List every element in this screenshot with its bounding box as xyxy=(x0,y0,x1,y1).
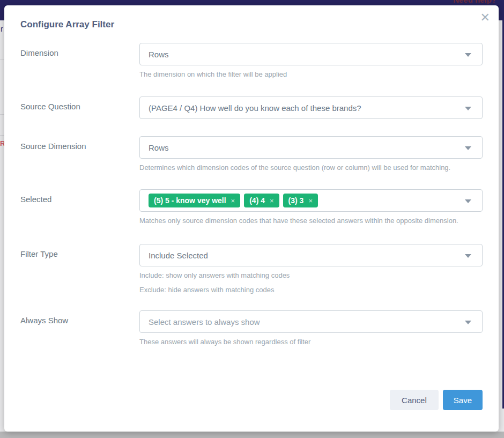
background-text-fragment: r xyxy=(1,25,3,33)
save-button[interactable]: Save xyxy=(443,390,483,410)
always-show-label: Always Show xyxy=(20,316,133,325)
source-dimension-label: Source Dimension xyxy=(20,142,133,151)
selected-tag: (5) 5 - know vey well × xyxy=(149,194,240,207)
filter-type-help-exclude: Exclude: hide answers with matching code… xyxy=(139,286,483,294)
cancel-button[interactable]: Cancel xyxy=(390,390,439,410)
configure-array-filter-dialog: Configure Array Filter ✕ Dimension Rows … xyxy=(4,5,499,432)
need-help-link[interactable]: Need help? xyxy=(453,0,496,4)
background-divider xyxy=(0,135,4,136)
tag-remove-icon[interactable]: × xyxy=(270,197,274,205)
selected-tag: (4) 4 × xyxy=(244,194,279,207)
chevron-down-icon xyxy=(465,254,471,258)
filter-type-selected-value: Include Selected xyxy=(149,251,208,260)
chevron-down-icon xyxy=(465,199,471,203)
tag-label: (4) 4 xyxy=(249,196,265,205)
selected-help-text: Matches only source dimension codes that… xyxy=(139,217,483,225)
tag-remove-icon[interactable]: × xyxy=(308,197,313,205)
background-divider xyxy=(0,59,4,60)
selected-tags: (5) 5 - know vey well × (4) 4 × (3) 3 × xyxy=(149,194,318,207)
always-show-placeholder: Select answers to always show xyxy=(149,317,260,326)
chevron-down-icon xyxy=(465,53,471,57)
tag-remove-icon[interactable]: × xyxy=(231,197,235,205)
dimension-help-text: The dimension on which the filter will b… xyxy=(139,70,483,78)
source-question-label: Source Question xyxy=(20,102,133,111)
page-bottom-background xyxy=(0,432,504,438)
selected-label: Selected xyxy=(20,195,133,204)
filter-type-select[interactable]: Include Selected xyxy=(139,244,483,266)
dimension-selected-value: Rows xyxy=(149,50,169,59)
selected-tag: (3) 3 × xyxy=(283,194,318,207)
chevron-down-icon xyxy=(465,146,471,150)
filter-type-help-include: Include: show only answers with matching… xyxy=(139,271,483,279)
always-show-help-text: These answers will always be shown regar… xyxy=(139,338,483,346)
chevron-down-icon xyxy=(465,107,471,110)
background-divider xyxy=(0,114,4,115)
source-question-select[interactable]: (PAGE4 / Q4) How well do you know each o… xyxy=(139,96,483,119)
dialog-title: Configure Array Filter xyxy=(20,19,114,30)
dimension-label: Dimension xyxy=(20,48,133,57)
source-dimension-select[interactable]: Rows xyxy=(139,136,483,159)
source-question-selected-value: (PAGE4 / Q4) How well do you know each o… xyxy=(149,103,361,113)
tag-label: (3) 3 xyxy=(288,196,304,205)
dialog-footer: Cancel Save xyxy=(390,390,483,410)
source-dimension-help-text: Determines which dimension codes of the … xyxy=(139,164,483,172)
dimension-select[interactable]: Rows xyxy=(139,43,483,65)
source-dimension-selected-value: Rows xyxy=(149,143,169,152)
filter-type-label: Filter Type xyxy=(20,249,133,258)
chevron-down-icon xyxy=(465,321,471,324)
selected-multiselect[interactable]: (5) 5 - know vey well × (4) 4 × (3) 3 × xyxy=(139,189,483,212)
tag-label: (5) 5 - know vey well xyxy=(154,196,226,205)
always-show-select[interactable]: Select answers to always show xyxy=(139,310,483,333)
close-icon[interactable]: ✕ xyxy=(480,12,490,24)
